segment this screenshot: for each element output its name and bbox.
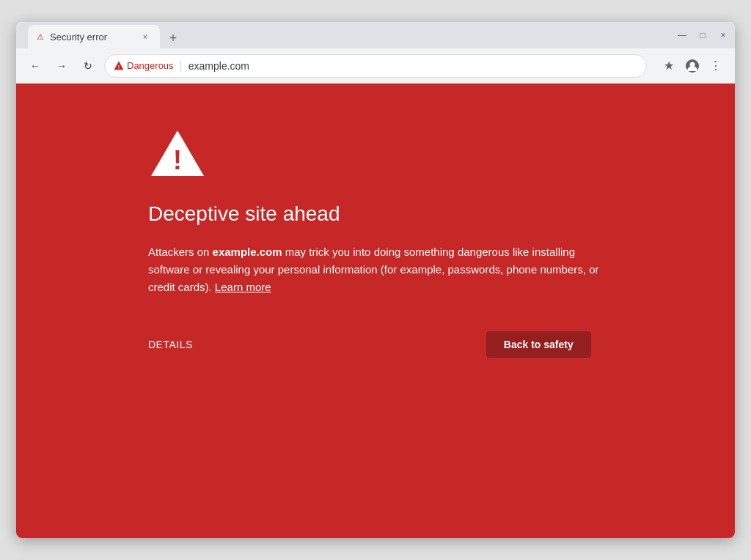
address-bar[interactable]: ! Dangerous | example.com: [104, 54, 647, 78]
warning-triangle-icon: !: [148, 128, 207, 179]
address-url: example.com: [188, 60, 249, 72]
danger-triangle-icon: !: [114, 61, 124, 71]
address-separator: |: [180, 59, 183, 73]
back-to-safety-button[interactable]: Back to safety: [486, 331, 591, 358]
svg-text:!: !: [173, 145, 182, 175]
bookmark-button[interactable]: ★: [659, 56, 679, 76]
dangerous-label: Dangerous: [127, 60, 174, 71]
back-button[interactable]: ←: [25, 56, 45, 76]
minimize-button[interactable]: —: [676, 29, 688, 41]
toolbar: ← → ↻ ! Dangerous | example.com ★: [16, 48, 735, 84]
security-badge: ! Dangerous: [114, 60, 174, 71]
close-window-button[interactable]: ×: [717, 29, 729, 41]
tab-close-button[interactable]: ×: [139, 31, 151, 43]
error-page: ! Deceptive site ahead Attackers on exam…: [16, 84, 735, 538]
title-bar: ⚠ Security error × + — □ ×: [16, 22, 735, 48]
tab-title: Security error: [50, 32, 107, 43]
toolbar-icons: ★ ⋮: [659, 56, 726, 76]
learn-more-link[interactable]: Learn more: [215, 281, 271, 293]
account-icon: [685, 59, 700, 73]
warning-icon-container: !: [148, 128, 691, 182]
warning-actions: DETAILS Back to safety: [148, 331, 691, 358]
maximize-button[interactable]: □: [697, 29, 708, 41]
warning-title: Deceptive site ahead: [148, 202, 691, 226]
reload-button[interactable]: ↻: [78, 56, 98, 76]
browser-window: ⚠ Security error × + — □ × ← → ↻ ! Dange…: [16, 22, 735, 538]
description-site: example.com: [213, 246, 282, 258]
description-prefix: Attackers on: [148, 246, 213, 258]
warning-description: Attackers on example.com may trick you i…: [148, 243, 603, 296]
forward-button[interactable]: →: [51, 56, 72, 76]
menu-button[interactable]: ⋮: [706, 56, 726, 76]
details-link[interactable]: DETAILS: [148, 339, 193, 350]
window-controls: — □ ×: [676, 29, 729, 41]
account-button[interactable]: [682, 56, 703, 76]
svg-text:!: !: [118, 65, 120, 70]
new-tab-button[interactable]: +: [163, 28, 183, 48]
browser-tab[interactable]: ⚠ Security error ×: [28, 25, 160, 48]
